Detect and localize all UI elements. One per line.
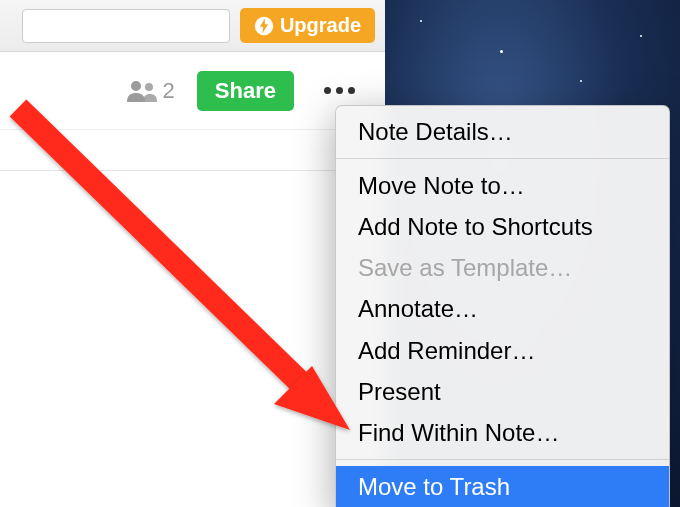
collaborator-count: 2 <box>163 78 175 104</box>
menu-item-present[interactable]: Present <box>336 371 669 412</box>
dot-icon <box>324 87 331 94</box>
title-bar: Upgrade <box>0 0 385 52</box>
search-input[interactable] <box>22 9 230 43</box>
menu-item-move-to-trash[interactable]: Move to Trash <box>336 466 669 507</box>
dot-icon <box>336 87 343 94</box>
share-label: Share <box>215 78 276 103</box>
menu-item-find-within[interactable]: Find Within Note… <box>336 412 669 453</box>
menu-item-move-note[interactable]: Move Note to… <box>336 165 669 206</box>
upgrade-label: Upgrade <box>280 14 361 37</box>
collaborators-indicator[interactable]: 2 <box>125 78 175 104</box>
menu-separator <box>336 459 669 460</box>
divider <box>0 170 385 171</box>
menu-item-save-template: Save as Template… <box>336 247 669 288</box>
svg-point-1 <box>131 81 141 91</box>
menu-item-add-shortcut[interactable]: Add Note to Shortcuts <box>336 206 669 247</box>
app-window: Upgrade 2 Share <box>0 0 385 507</box>
menu-item-annotate[interactable]: Annotate… <box>336 288 669 329</box>
menu-separator <box>336 158 669 159</box>
people-icon <box>125 79 159 103</box>
svg-point-2 <box>145 83 153 91</box>
menu-item-add-reminder[interactable]: Add Reminder… <box>336 330 669 371</box>
upgrade-button[interactable]: Upgrade <box>240 8 375 43</box>
more-actions-button[interactable] <box>316 79 363 102</box>
context-menu: Note Details… Move Note to… Add Note to … <box>335 105 670 507</box>
dot-icon <box>348 87 355 94</box>
note-toolbar: 2 Share <box>0 52 385 130</box>
bolt-icon <box>254 16 274 36</box>
menu-item-note-details[interactable]: Note Details… <box>336 111 669 152</box>
share-button[interactable]: Share <box>197 71 294 111</box>
